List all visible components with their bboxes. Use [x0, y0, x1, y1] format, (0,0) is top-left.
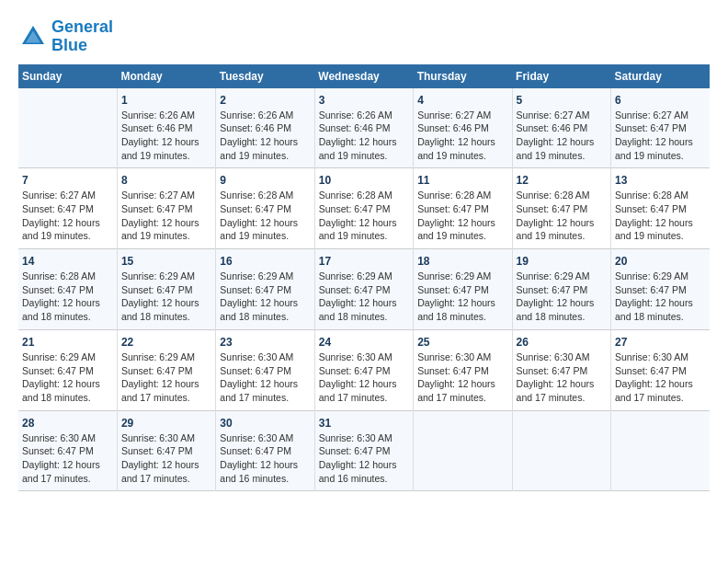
calendar-cell: [512, 410, 610, 491]
day-number: 12: [517, 174, 607, 187]
calendar-cell: [414, 410, 512, 491]
day-info: Sunrise: 6:30 AM Sunset: 6:47 PM Dayligh…: [417, 350, 507, 405]
calendar-cell: 13Sunrise: 6:28 AM Sunset: 6:47 PM Dayli…: [611, 168, 710, 249]
calendar-cell: 28Sunrise: 6:30 AM Sunset: 6:47 PM Dayli…: [18, 410, 117, 491]
day-number: 20: [615, 255, 706, 268]
calendar-cell: 29Sunrise: 6:30 AM Sunset: 6:47 PM Dayli…: [117, 410, 215, 491]
day-number: 1: [121, 94, 211, 107]
day-number: 3: [319, 94, 409, 107]
header-sunday: Sunday: [18, 64, 117, 88]
calendar-week-row: 14Sunrise: 6:28 AM Sunset: 6:47 PM Dayli…: [18, 249, 710, 330]
calendar-cell: 11Sunrise: 6:28 AM Sunset: 6:47 PM Dayli…: [414, 168, 512, 249]
calendar-cell: 31Sunrise: 6:30 AM Sunset: 6:47 PM Dayli…: [314, 410, 413, 491]
calendar-cell: 21Sunrise: 6:29 AM Sunset: 6:47 PM Dayli…: [18, 329, 117, 410]
day-number: 23: [220, 336, 310, 349]
day-info: Sunrise: 6:26 AM Sunset: 6:46 PM Dayligh…: [220, 109, 310, 163]
header-monday: Monday: [117, 64, 215, 88]
day-info: Sunrise: 6:29 AM Sunset: 6:47 PM Dayligh…: [220, 270, 310, 324]
calendar-cell: 9Sunrise: 6:28 AM Sunset: 6:47 PM Daylig…: [216, 168, 314, 249]
calendar-cell: 7Sunrise: 6:27 AM Sunset: 6:47 PM Daylig…: [18, 168, 117, 249]
calendar-cell: 25Sunrise: 6:30 AM Sunset: 6:47 PM Dayli…: [414, 329, 512, 410]
day-number: 15: [121, 255, 211, 268]
day-number: 25: [417, 336, 507, 349]
day-number: 31: [319, 417, 409, 430]
calendar-cell: 24Sunrise: 6:30 AM Sunset: 6:47 PM Dayli…: [314, 329, 413, 410]
calendar-cell: 18Sunrise: 6:29 AM Sunset: 6:47 PM Dayli…: [414, 249, 512, 330]
logo: General Blue: [18, 18, 113, 55]
page-header: General Blue: [18, 18, 710, 55]
calendar-cell: 22Sunrise: 6:29 AM Sunset: 6:47 PM Dayli…: [117, 329, 215, 410]
calendar-cell: 6Sunrise: 6:27 AM Sunset: 6:47 PM Daylig…: [611, 88, 710, 168]
day-number: 6: [615, 94, 706, 107]
day-info: Sunrise: 6:28 AM Sunset: 6:47 PM Dayligh…: [22, 270, 113, 324]
day-number: 9: [220, 174, 310, 187]
day-number: 7: [22, 174, 113, 187]
calendar-cell: 2Sunrise: 6:26 AM Sunset: 6:46 PM Daylig…: [216, 88, 314, 168]
day-number: 17: [319, 255, 409, 268]
day-number: 19: [517, 255, 607, 268]
calendar-week-row: 7Sunrise: 6:27 AM Sunset: 6:47 PM Daylig…: [18, 168, 710, 249]
day-info: Sunrise: 6:26 AM Sunset: 6:46 PM Dayligh…: [121, 109, 211, 163]
day-number: 29: [121, 417, 211, 430]
header-wednesday: Wednesday: [314, 64, 413, 88]
day-info: Sunrise: 6:30 AM Sunset: 6:47 PM Dayligh…: [517, 350, 607, 405]
day-info: Sunrise: 6:27 AM Sunset: 6:46 PM Dayligh…: [517, 109, 607, 163]
logo-text: General Blue: [51, 18, 113, 55]
day-info: Sunrise: 6:29 AM Sunset: 6:47 PM Dayligh…: [319, 270, 409, 324]
day-info: Sunrise: 6:27 AM Sunset: 6:47 PM Dayligh…: [121, 189, 211, 243]
day-number: 27: [615, 336, 706, 349]
calendar-cell: 3Sunrise: 6:26 AM Sunset: 6:46 PM Daylig…: [314, 88, 413, 168]
day-info: Sunrise: 6:30 AM Sunset: 6:47 PM Dayligh…: [319, 350, 409, 405]
day-number: 5: [517, 94, 607, 107]
day-info: Sunrise: 6:30 AM Sunset: 6:47 PM Dayligh…: [121, 431, 211, 486]
header-thursday: Thursday: [414, 64, 512, 88]
day-info: Sunrise: 6:26 AM Sunset: 6:46 PM Dayligh…: [319, 109, 409, 163]
calendar-cell: 12Sunrise: 6:28 AM Sunset: 6:47 PM Dayli…: [512, 168, 610, 249]
calendar-cell: 14Sunrise: 6:28 AM Sunset: 6:47 PM Dayli…: [18, 249, 117, 330]
calendar-cell: [611, 410, 710, 491]
day-number: 21: [22, 336, 113, 349]
day-info: Sunrise: 6:28 AM Sunset: 6:47 PM Dayligh…: [417, 189, 507, 243]
calendar-cell: 8Sunrise: 6:27 AM Sunset: 6:47 PM Daylig…: [117, 168, 215, 249]
day-number: 30: [220, 417, 310, 430]
calendar-cell: 10Sunrise: 6:28 AM Sunset: 6:47 PM Dayli…: [314, 168, 413, 249]
day-info: Sunrise: 6:27 AM Sunset: 6:47 PM Dayligh…: [22, 189, 113, 243]
day-info: Sunrise: 6:28 AM Sunset: 6:47 PM Dayligh…: [220, 189, 310, 243]
day-info: Sunrise: 6:29 AM Sunset: 6:47 PM Dayligh…: [121, 350, 211, 405]
calendar-cell: 23Sunrise: 6:30 AM Sunset: 6:47 PM Dayli…: [216, 329, 314, 410]
header-saturday: Saturday: [611, 64, 710, 88]
calendar-cell: 16Sunrise: 6:29 AM Sunset: 6:47 PM Dayli…: [216, 249, 314, 330]
calendar-cell: 17Sunrise: 6:29 AM Sunset: 6:47 PM Dayli…: [314, 249, 413, 330]
calendar-cell: [18, 88, 117, 168]
calendar-cell: 5Sunrise: 6:27 AM Sunset: 6:46 PM Daylig…: [512, 88, 610, 168]
day-info: Sunrise: 6:30 AM Sunset: 6:47 PM Dayligh…: [319, 431, 409, 486]
day-number: 10: [319, 174, 409, 187]
calendar-cell: 30Sunrise: 6:30 AM Sunset: 6:47 PM Dayli…: [216, 410, 314, 491]
day-number: 14: [22, 255, 113, 268]
calendar-header-row: SundayMondayTuesdayWednesdayThursdayFrid…: [18, 64, 710, 88]
day-info: Sunrise: 6:28 AM Sunset: 6:47 PM Dayligh…: [319, 189, 409, 243]
calendar-cell: 19Sunrise: 6:29 AM Sunset: 6:47 PM Dayli…: [512, 249, 610, 330]
calendar-cell: 20Sunrise: 6:29 AM Sunset: 6:47 PM Dayli…: [611, 249, 710, 330]
day-number: 26: [517, 336, 607, 349]
day-info: Sunrise: 6:30 AM Sunset: 6:47 PM Dayligh…: [22, 431, 113, 486]
day-number: 2: [220, 94, 310, 107]
day-info: Sunrise: 6:30 AM Sunset: 6:47 PM Dayligh…: [615, 350, 706, 405]
day-number: 22: [121, 336, 211, 349]
day-info: Sunrise: 6:29 AM Sunset: 6:47 PM Dayligh…: [517, 270, 607, 324]
day-info: Sunrise: 6:29 AM Sunset: 6:47 PM Dayligh…: [417, 270, 507, 324]
calendar-table: SundayMondayTuesdayWednesdayThursdayFrid…: [18, 64, 710, 492]
day-info: Sunrise: 6:30 AM Sunset: 6:47 PM Dayligh…: [220, 431, 310, 486]
day-info: Sunrise: 6:29 AM Sunset: 6:47 PM Dayligh…: [615, 270, 706, 324]
day-info: Sunrise: 6:30 AM Sunset: 6:47 PM Dayligh…: [220, 350, 310, 405]
header-tuesday: Tuesday: [216, 64, 314, 88]
day-number: 16: [220, 255, 310, 268]
day-number: 28: [22, 417, 113, 430]
calendar-cell: 1Sunrise: 6:26 AM Sunset: 6:46 PM Daylig…: [117, 88, 215, 168]
day-info: Sunrise: 6:27 AM Sunset: 6:47 PM Dayligh…: [615, 109, 706, 163]
day-info: Sunrise: 6:29 AM Sunset: 6:47 PM Dayligh…: [22, 350, 113, 405]
calendar-week-row: 1Sunrise: 6:26 AM Sunset: 6:46 PM Daylig…: [18, 88, 710, 168]
day-info: Sunrise: 6:28 AM Sunset: 6:47 PM Dayligh…: [517, 189, 607, 243]
day-number: 24: [319, 336, 409, 349]
calendar-cell: 15Sunrise: 6:29 AM Sunset: 6:47 PM Dayli…: [117, 249, 215, 330]
